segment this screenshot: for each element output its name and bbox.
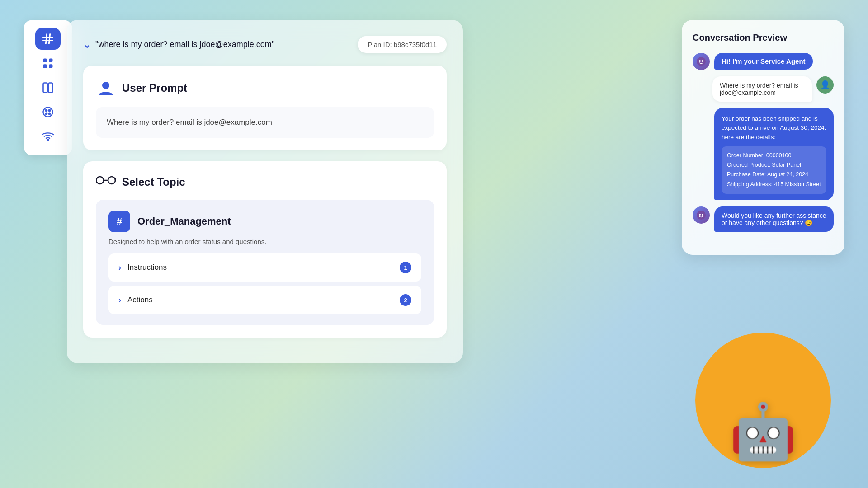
glasses-icon	[96, 174, 116, 190]
order-details-box: Order Number: 00000100 Ordered Product: …	[722, 146, 826, 194]
order-name: Order_Management	[137, 216, 231, 227]
header-row: ⌄ "where is my order? email is jdoe@exam…	[83, 36, 447, 53]
bot-response-bubble: Your order has been shipped and is expec…	[714, 108, 834, 200]
sidebar-item-book[interactable]	[35, 77, 61, 99]
prompt-content: Where is my order? email is jdoe@example…	[96, 107, 434, 138]
svg-point-7	[46, 110, 47, 112]
purchase-date: Purchase Date: August 24, 2024	[727, 170, 821, 179]
svg-rect-4	[43, 83, 47, 93]
bot-followup-row: Would you like any further assistance or…	[693, 206, 834, 232]
instructions-label: Instructions	[127, 263, 393, 272]
user-message-bubble: Where is my order? email is jdoe@example…	[712, 76, 812, 102]
plan-badge: Plan ID: b98c735f0d11	[358, 36, 447, 53]
instructions-count: 1	[400, 262, 411, 273]
order-management-card: # Order_Management Designed to help with…	[96, 200, 434, 325]
order-card-header: # Order_Management	[108, 211, 421, 232]
topic-header: Select Topic	[96, 174, 434, 190]
prompt-text: Where is my order? email is jdoe@example…	[107, 118, 272, 127]
actions-count: 2	[400, 294, 411, 306]
svg-line-17	[115, 178, 116, 180]
header-left: ⌄ "where is my order? email is jdoe@exam…	[83, 39, 274, 50]
svg-rect-5	[48, 83, 52, 93]
svg-point-11	[47, 139, 49, 141]
instructions-expand[interactable]: › Instructions 1	[108, 253, 421, 282]
svg-point-21	[697, 211, 706, 220]
user-prompt-section: User Prompt Where is my order? email is …	[83, 66, 447, 150]
bot-avatar-2	[693, 206, 710, 224]
main-panel: ⌄ "where is my order? email is jdoe@exam…	[67, 20, 463, 363]
svg-point-6	[43, 108, 53, 117]
bot-followup-bubble: Would you like any further assistance or…	[714, 206, 834, 232]
svg-point-10	[49, 113, 51, 115]
query-text: "where is my order? email is jdoe@exampl…	[95, 40, 274, 49]
user-avatar: 👤	[816, 76, 834, 94]
svg-point-18	[697, 57, 706, 66]
svg-rect-14	[108, 177, 115, 184]
bot-greeting-row: Hi! I'm your Service Agent	[693, 53, 834, 70]
chevron-right-icon: ›	[118, 263, 121, 272]
svg-rect-0	[43, 59, 47, 62]
sidebar	[24, 20, 72, 155]
svg-rect-2	[43, 64, 47, 68]
sidebar-item-hash[interactable]	[35, 28, 61, 50]
order-number: Order Number: 00000100	[727, 151, 821, 160]
svg-point-19	[699, 60, 701, 62]
svg-point-20	[702, 60, 703, 62]
svg-point-12	[102, 82, 109, 89]
sidebar-item-grid[interactable]	[35, 52, 61, 74]
mascot-orange-circle: 🤖	[695, 333, 831, 468]
user-msg-row: Where is my order? email is jdoe@example…	[693, 76, 834, 102]
svg-point-22	[699, 214, 701, 216]
bot-response-text: Your order has been shipped and is expec…	[722, 115, 826, 141]
user-prompt-title: User Prompt	[122, 82, 187, 94]
actions-expand[interactable]: › Actions 2	[108, 286, 421, 314]
order-description: Designed to help with an order status an…	[108, 238, 421, 245]
sidebar-item-wifi[interactable]	[35, 126, 61, 147]
actions-label: Actions	[127, 296, 393, 305]
select-topic-section: Select Topic # Order_Management Designed…	[83, 161, 447, 338]
bot-order-response: Your order has been shipped and is expec…	[693, 108, 834, 200]
svg-rect-1	[49, 59, 52, 62]
bot-greeting-bubble: Hi! I'm your Service Agent	[714, 53, 813, 70]
svg-point-23	[702, 214, 703, 216]
sidebar-item-palette[interactable]	[35, 101, 61, 123]
chevron-right-icon-2: ›	[118, 296, 121, 305]
chat-area: Hi! I'm your Service Agent Where is my o…	[693, 53, 834, 232]
shipping-address: Shipping Address: 415 Mission Street	[727, 180, 821, 189]
preview-title: Conversation Preview	[693, 33, 834, 43]
mascot-area: 🤖	[682, 324, 844, 468]
svg-rect-13	[96, 177, 104, 184]
user-prompt-header: User Prompt	[96, 78, 434, 98]
svg-point-9	[46, 113, 47, 115]
user-icon	[96, 78, 116, 98]
conversation-preview-panel: Conversation Preview Hi! I'm your Servic…	[682, 20, 844, 255]
bot-avatar-1	[693, 53, 710, 70]
robot-mascot: 🤖	[729, 400, 797, 464]
order-hash-badge: #	[108, 211, 130, 232]
ordered-product: Ordered Product: Solar Panel	[727, 160, 821, 170]
svg-rect-3	[49, 64, 52, 68]
chevron-down-icon[interactable]: ⌄	[83, 39, 91, 50]
svg-point-8	[49, 110, 51, 112]
svg-line-16	[96, 178, 96, 180]
select-topic-title: Select Topic	[122, 176, 185, 188]
